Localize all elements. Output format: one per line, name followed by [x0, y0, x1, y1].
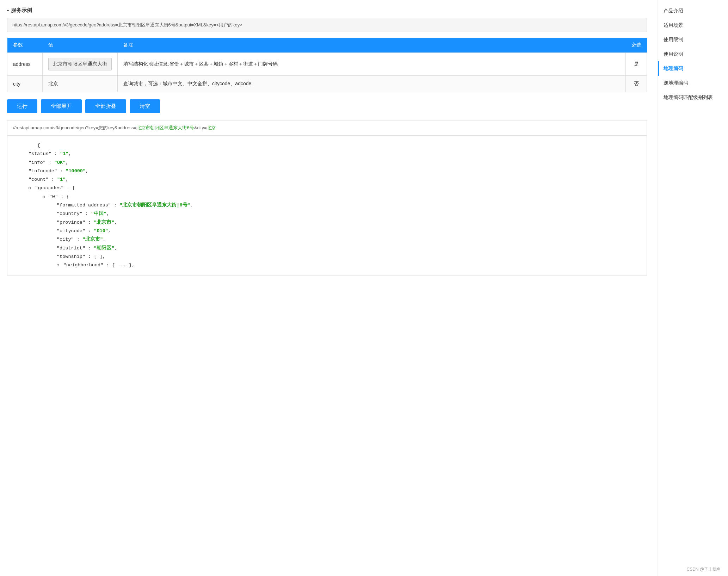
table-row: city 北京 查询城市，可选：城市中文、中文全拼、citycode、adcod… — [7, 76, 647, 92]
footer: CSDN @子非我鱼 — [686, 566, 721, 572]
sidebar-item-label: 使用限制 — [664, 37, 683, 42]
json-infocode-key: "infocode" — [29, 168, 57, 174]
result-url-city-value: 北京 — [206, 125, 216, 130]
sidebar-item-label: 产品介绍 — [664, 8, 683, 13]
json-formatted-address-value: "北京市朝阳区阜通东大街|6号" — [119, 203, 190, 208]
json-formatted-address-line: "formatted_address" : "北京市朝阳区阜通东大街|6号", — [57, 201, 640, 210]
json-count-line: "count" : "1", — [29, 175, 640, 184]
sidebar-item-label: 适用场景 — [664, 22, 683, 28]
json-status-value: "1" — [60, 151, 68, 156]
sidebar-item-product-intro[interactable]: 产品介绍 — [658, 4, 728, 18]
json-city-value: "北京市" — [82, 237, 103, 242]
address-input[interactable]: 北京市朝阳区阜通东大街 — [48, 58, 112, 70]
param-name-city: city — [7, 76, 43, 92]
result-url-city-param: &city= — [194, 125, 207, 130]
json-country-value: "中国" — [91, 211, 106, 216]
table-row: address 北京市朝阳区阜通东大街 填写结构化地址信息:省份＋城市＋区县＋城… — [7, 53, 647, 76]
json-neighborhood-line: ⊞ "neighborhood" : { ... }, — [57, 261, 640, 270]
json-district-value: "朝阳区" — [94, 246, 114, 251]
json-status-line: "status" : "1", — [29, 150, 640, 158]
json-district-line: "district" : "朝阳区", — [57, 244, 640, 253]
json-info-key: "info" — [29, 160, 46, 165]
json-city-line: "city" : "北京市", — [57, 235, 640, 244]
sidebar-item-reverse-geocoding[interactable]: 逆地理编码 — [658, 76, 728, 90]
api-url-text: https://restapi.amap.com/v3/geocode/geo?… — [12, 22, 242, 27]
sidebar-item-label: 地理编码 — [664, 66, 683, 71]
json-formatted-address-key: "formatted_address" — [57, 203, 111, 208]
geocodes-collapse-icon[interactable]: ⊟ — [29, 186, 31, 190]
json-province-line: "province" : "北京市", — [57, 218, 640, 227]
api-url-box: https://restapi.amap.com/v3/geocode/geo?… — [7, 18, 647, 32]
json-status-key: "status" — [29, 151, 51, 156]
collapse-all-button[interactable]: 全部折叠 — [85, 99, 126, 113]
run-button[interactable]: 运行 — [7, 99, 37, 113]
json-district-key: "district" — [57, 246, 85, 251]
json-province-value: "北京市" — [94, 220, 114, 225]
result-url-box: //restapi.amap.com/v3/geocode/geo?key=您的… — [7, 120, 647, 135]
json-line-open: { — [14, 141, 640, 150]
json-info-value: "OK" — [54, 160, 66, 165]
sidebar-item-match-level-list[interactable]: 地理编码匹配级别列表 — [658, 90, 728, 105]
json-count-value: "1" — [57, 177, 66, 182]
section-title: 服务示例 — [7, 7, 647, 14]
json-info-line: "info" : "OK", — [29, 159, 640, 167]
sidebar-item-label: 地理编码匹配级别列表 — [664, 94, 713, 100]
param-note-city: 查询城市，可选：城市中文、中文全拼、citycode、adcode — [118, 76, 626, 92]
sidebar-item-label: 使用说明 — [664, 51, 683, 57]
json-province-key: "province" — [57, 220, 85, 225]
col-header-param: 参数 — [7, 38, 43, 53]
neighborhood-collapse-icon[interactable]: ⊞ — [57, 263, 59, 267]
json-township-key: "township" — [57, 254, 85, 259]
json-count-key: "count" — [29, 177, 49, 182]
param-note-address: 填写结构化地址信息:省份＋城市＋区县＋城镇＋乡村＋街道＋门牌号码 — [118, 53, 626, 76]
footer-text: CSDN @子非我鱼 — [686, 567, 721, 572]
json-neighborhood-key: "neighborhood" — [63, 262, 103, 268]
result-url-text: //restapi.amap.com/v3/geocode/geo?key=您的… — [13, 125, 216, 130]
param-required-address: 是 — [626, 53, 647, 76]
expand-all-button[interactable]: 全部展开 — [41, 99, 82, 113]
sidebar-item-label: 逆地理编码 — [664, 80, 688, 86]
section-title-text: 服务示例 — [11, 7, 32, 14]
col-header-note: 备注 — [118, 38, 626, 53]
json-result-container[interactable]: { "status" : "1", "info" : "OK", "infoco… — [7, 135, 647, 275]
json-citycode-line: "citycode" : "010", — [57, 227, 640, 235]
json-city-key: "city" — [57, 237, 74, 242]
json-infocode-line: "infocode" : "10000", — [29, 167, 640, 175]
json-geocodes-line: ⊟ "geocodes" : [ — [29, 184, 640, 192]
sidebar-item-applicable-scenarios[interactable]: 适用场景 — [658, 18, 728, 32]
json-township-line: "township" : [ ], — [57, 253, 640, 261]
col-header-required: 必选 — [626, 38, 647, 53]
sidebar: 产品介绍 适用场景 使用限制 使用说明 地理编码 逆地理编码 地理编码匹配级别列… — [658, 0, 728, 576]
json-citycode-key: "citycode" — [57, 228, 85, 234]
json-citycode-value: "010" — [94, 228, 108, 234]
json-geocodes-key: "geocodes" — [35, 185, 64, 191]
result-url-prefix: //restapi.amap.com/v3/geocode/geo?key=您的… — [13, 125, 136, 130]
sidebar-item-geocoding[interactable]: 地理编码 — [658, 61, 728, 76]
params-table: 参数 值 备注 必选 address 北京市朝阳区阜通东大街 填写结构化地址信息… — [7, 38, 647, 92]
json-country-line: "country" : "中国", — [57, 210, 640, 218]
json-infocode-value: "10000" — [66, 168, 86, 174]
param-value-city[interactable]: 北京 — [43, 76, 118, 92]
json-township-value: [ ] — [94, 254, 102, 259]
sidebar-item-usage-limits[interactable]: 使用限制 — [658, 32, 728, 47]
sidebar-item-usage-guide[interactable]: 使用说明 — [658, 47, 728, 61]
col-header-value: 值 — [43, 38, 118, 53]
json-country-key: "country" — [57, 211, 82, 216]
result-url-address: 北京市朝阳区阜通东大街6号 — [136, 125, 194, 130]
button-group: 运行 全部展开 全部折叠 清空 — [7, 99, 647, 113]
json-item0-key: "0" — [49, 194, 58, 199]
param-name-address: address — [7, 53, 43, 76]
json-item0-line: ⊟ "0" : { — [43, 193, 640, 201]
city-value-text: 北京 — [48, 81, 58, 86]
item0-collapse-icon[interactable]: ⊟ — [43, 195, 45, 199]
param-value-address[interactable]: 北京市朝阳区阜通东大街 — [43, 53, 118, 76]
clear-button[interactable]: 清空 — [130, 99, 160, 113]
param-required-city: 否 — [626, 76, 647, 92]
main-content: 服务示例 https://restapi.amap.com/v3/geocode… — [0, 0, 658, 576]
json-neighborhood-value: { ... } — [112, 262, 132, 268]
